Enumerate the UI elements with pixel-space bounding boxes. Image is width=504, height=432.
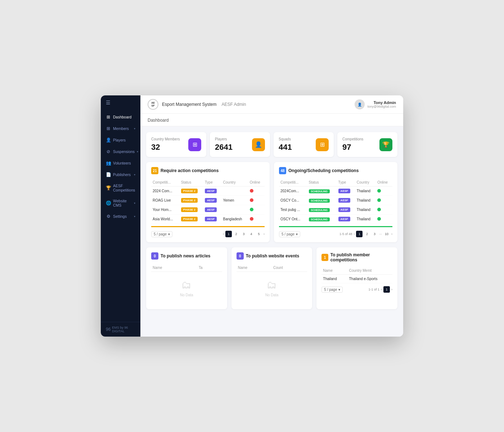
sidebar-item-label: Settings <box>113 214 127 219</box>
no-data-label: No Data <box>265 293 279 297</box>
logo: AESF <box>148 99 158 110</box>
page-btn-2[interactable]: 2 <box>233 231 239 237</box>
cell-online <box>248 205 265 215</box>
no-data-icon: 🗂 <box>181 279 192 291</box>
page-btn-1[interactable]: 1 <box>383 286 390 293</box>
footer-logo-icon: 96 <box>106 327 111 332</box>
cell-competition: Asia World... <box>151 215 180 224</box>
page-chevron-left[interactable]: ‹ <box>381 288 382 291</box>
stat-label: Players <box>215 137 233 141</box>
cell-type: AESF <box>203 205 222 215</box>
sidebar-item-label: AESF Competitions <box>113 184 135 192</box>
news-table: Name Ta <box>151 264 222 272</box>
page-size-select[interactable]: 5 / page ▾ <box>321 287 343 293</box>
cell-type: AESF <box>337 196 355 205</box>
cell-competition: 2024 Com... <box>151 186 180 196</box>
card-title: To publish news articles <box>161 253 210 258</box>
sidebar-item-label: Suspensions <box>113 149 135 154</box>
cell-country: Thailand <box>355 196 376 205</box>
sidebar-item-label: Dashboard <box>113 115 131 119</box>
col-name: Name <box>151 264 197 272</box>
no-data-area: 🗂 No Data <box>237 272 307 304</box>
page-chevron-right[interactable]: › <box>391 232 392 236</box>
page-chevron-left[interactable]: ‹ <box>223 232 224 236</box>
publish-competitions-card: 1 To publish member competitions Name Co… <box>316 247 397 309</box>
page-size-select[interactable]: 5 / page ▾ <box>151 231 172 237</box>
no-data-label: No Data <box>180 293 193 297</box>
no-data-area: 🗂 No Data <box>151 272 222 304</box>
cell-country <box>222 205 248 215</box>
page-chevron-left[interactable]: ‹ <box>354 232 355 236</box>
sidebar-item-volunteers[interactable]: 👥 Volunteers <box>101 157 140 169</box>
sidebar-item-settings[interactable]: ⚙ Settings ▾ <box>101 211 140 222</box>
col-country: Country <box>222 179 248 186</box>
sidebar-item-players[interactable]: 👤 Players <box>101 134 140 146</box>
col-country: Country Memt <box>347 267 392 275</box>
page-range: 1-1 of 1 <box>368 288 379 291</box>
page-chevron-right[interactable]: › <box>391 288 392 291</box>
sidebar-item-website-cms[interactable]: 🌐 Website CMS ▾ <box>101 195 140 211</box>
col-type: Type <box>337 179 355 186</box>
page-btn-3[interactable]: 3 <box>240 231 247 237</box>
sidebar-item-suspensions[interactable]: ⊘ Suspensions ▾ <box>101 146 140 157</box>
cell-country: Thailand <box>355 205 376 215</box>
cell-online <box>376 205 392 215</box>
sidebar-footer: 96 EMS by 96 DIGITAL <box>101 322 140 337</box>
cell-country: Bangladesh <box>222 215 248 224</box>
count-badge: 1 <box>321 254 328 261</box>
stat-icon-squads: ⊞ <box>316 138 329 151</box>
sidebar-item-dashboard[interactable]: ⊞ Dashboard <box>101 111 140 123</box>
dashboard-body: Country Members 32 ⊞ Players 2641 <box>140 126 403 315</box>
cell-competition: Your Hom... <box>151 205 180 215</box>
org-name: AESF Admin <box>221 102 246 107</box>
col-online: Online <box>376 179 392 186</box>
sidebar-item-publishers[interactable]: 📄 Publishers ▾ <box>101 169 140 180</box>
cell-online <box>248 215 265 224</box>
cell-online <box>376 186 392 196</box>
dashboard-icon: ⊞ <box>106 114 111 120</box>
menu-icon[interactable]: ☰ <box>101 95 140 110</box>
cell-status: SCHEDULING <box>307 215 337 224</box>
chevron-down-icon: ▾ <box>168 232 170 236</box>
cell-country: Thailand <box>355 215 376 224</box>
count-badge: 21 <box>151 167 158 174</box>
page-btn-2[interactable]: 2 <box>364 231 370 237</box>
stat-label: Squads <box>279 137 292 141</box>
page-btn-1[interactable]: 1 <box>356 231 363 237</box>
page-btn-3[interactable]: 3 <box>371 231 378 237</box>
cell-status: PHASE 2 <box>180 215 203 224</box>
sidebar-item-label: Volunteers <box>113 161 131 165</box>
table-row: Thailand Thailand e-Sports <box>321 275 392 283</box>
cell-type: AESF <box>337 205 355 215</box>
stat-icon-members: ⊞ <box>188 138 201 151</box>
page-size-select[interactable]: 5 / page ▾ <box>279 231 300 237</box>
col-name: Name <box>237 264 272 272</box>
page-chevron-right[interactable]: › <box>264 232 265 236</box>
stat-info: Players 2641 <box>215 137 233 152</box>
tables-row: 21 Require action competitions Competiti… <box>146 162 397 242</box>
page-btn-10[interactable]: 10 <box>383 231 390 237</box>
user-profile[interactable]: 👤 Tony Admin tony@96digital.com <box>355 99 396 109</box>
cell-online <box>248 186 265 196</box>
page-btn-1[interactable]: 1 <box>225 231 232 237</box>
user-info: Tony Admin tony@96digital.com <box>368 100 396 108</box>
card-header: 0 To publish news articles <box>151 252 222 260</box>
chevron-down-icon: ▾ <box>134 215 135 218</box>
sidebar-item-aesf-competitions[interactable]: 🏆 AESF Competitions <box>101 180 140 195</box>
page-btn-4[interactable]: 4 <box>248 231 255 237</box>
table-row: OSCY Ont... SCHEDULING AESF Thailand <box>279 215 392 224</box>
comp-table: Name Country Memt Thailand Thailand e-Sp… <box>321 267 392 283</box>
sidebar-item-members[interactable]: ⊞ Members ▾ <box>101 123 140 134</box>
page-btn-5[interactable]: 5 <box>256 231 262 237</box>
cell-country: Yemen <box>222 196 248 205</box>
main-content: Dashboard Country Members 32 ⊞ <box>140 114 403 337</box>
sidebar-item-label: Members <box>113 126 129 131</box>
col-name: Name <box>321 267 347 275</box>
stat-label: Country Members <box>151 137 180 141</box>
count-badge: 0 <box>151 252 158 260</box>
stat-value: 32 <box>151 143 180 152</box>
settings-icon: ⚙ <box>106 214 111 219</box>
system-name: Esport Management System <box>162 102 216 107</box>
volunteers-icon: 👥 <box>106 161 111 166</box>
pagination: 5 / page ▾ 1-1 of 1 ‹ 1 › <box>321 286 392 293</box>
